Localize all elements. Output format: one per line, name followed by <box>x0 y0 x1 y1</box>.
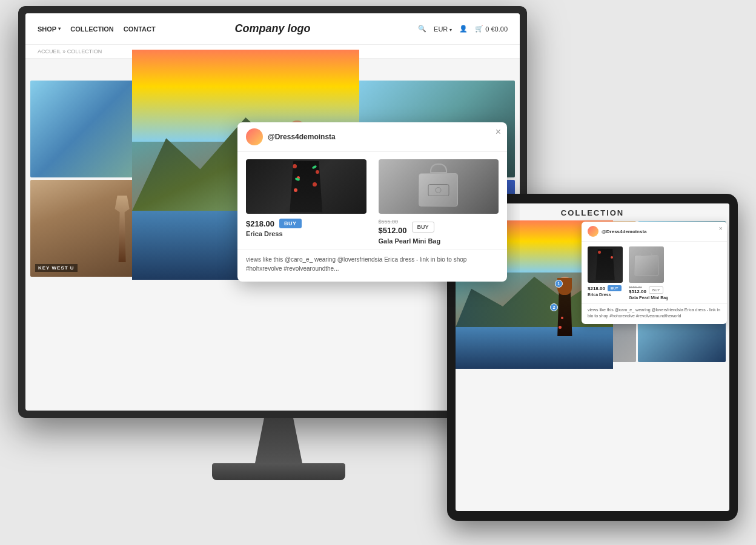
tablet-popup: @Dress4demoinsta × $218.00 <box>582 222 727 324</box>
tablet-popup-header: @Dress4demoinsta × <box>582 222 727 242</box>
nav-shop-chevron: ▾ <box>58 26 61 31</box>
product-image-bag <box>379 159 499 214</box>
search-icon[interactable]: 🔍 <box>418 25 426 33</box>
tablet-product-dress: $218.00 BUY Erica Dress <box>588 246 623 300</box>
cart-area[interactable]: 🛒 0 €0.00 <box>475 25 508 33</box>
tablet-popup-caption: views like this @caro_e_ wearing @lovers… <box>582 303 727 324</box>
buy-dress-button[interactable]: BUY <box>279 219 302 228</box>
tablet-popup-products: $218.00 BUY Erica Dress <box>582 242 727 303</box>
nav-collection[interactable]: COLLECTION <box>70 25 114 33</box>
nav-right: 🔍 EUR ▾ 👤 🛒 0 €0.00 <box>418 25 508 33</box>
tablet-popup-avatar <box>588 226 598 237</box>
product-pricing-bag: $555.00 $512.00 BUY <box>379 219 499 236</box>
popup-caption: views like this @caro_e_ wearing @lovers… <box>237 249 507 282</box>
tablet-hotspot-1[interactable]: 1 <box>555 280 563 288</box>
product-item-dress: $218.00 BUY Erica Dress <box>246 159 366 245</box>
popup-products: $218.00 BUY Erica Dress <box>237 152 507 249</box>
currency-selector[interactable]: EUR ▾ <box>434 25 452 33</box>
website-nav: SHOP ▾ COLLECTION CONTACT Company logo 🔍… <box>25 13 520 45</box>
popup-close-button[interactable]: × <box>496 127 501 137</box>
monitor-stand-neck <box>254 418 303 466</box>
tablet-product-bag: $555.00 $512.00 BUY Gala Pearl Mini Bag <box>629 246 668 300</box>
product-price-original-bag: $555.00 <box>379 219 407 225</box>
shop-label: SHOP <box>38 25 56 33</box>
product-pricing-dress: $218.00 BUY <box>246 219 366 228</box>
product-popup: @Dress4demoinsta × <box>237 122 507 282</box>
popup-header: @Dress4demoinsta × <box>237 122 507 152</box>
product-name-dress: Erica Dress <box>246 230 366 237</box>
nav-logo: Company logo <box>235 22 311 35</box>
popup-username: @Dress4demoinsta <box>268 133 336 141</box>
cart-icon: 🛒 <box>475 25 483 33</box>
nav-left: SHOP ▾ COLLECTION CONTACT <box>38 25 156 33</box>
product-price-bag: $512.00 <box>379 226 407 235</box>
tablet-name-bag: Gala Pearl Mini Bag <box>629 296 668 300</box>
tablet-popup-close[interactable]: × <box>719 225 723 232</box>
nav-shop[interactable]: SHOP ▾ <box>38 25 61 33</box>
monitor-stand-base <box>212 463 345 480</box>
account-icon[interactable]: 👤 <box>459 25 468 33</box>
buy-bag-button[interactable]: BUY <box>412 222 434 233</box>
tablet-product-img-dress <box>588 246 623 283</box>
tablet-product-img-bag <box>629 246 664 283</box>
tablet-buy-dress[interactable]: BUY <box>608 285 622 291</box>
product-item-bag: $555.00 $512.00 BUY Gala Pearl Mini Bag <box>379 159 499 245</box>
popup-avatar <box>246 128 263 145</box>
tablet-price-bag: $512.00 <box>629 289 646 294</box>
product-image-dress <box>246 159 366 214</box>
tablet-popup-username: @Dress4demoinsta <box>602 229 647 234</box>
product-name-bag: Gala Pearl Mini Bag <box>379 237 499 245</box>
tablet-price-dress: $218.00 <box>588 286 605 291</box>
gallery-label-4: KEY WEST U <box>35 264 78 272</box>
tablet-name-dress: Erica Dress <box>588 292 623 297</box>
product-price-dress: $218.00 <box>246 219 274 228</box>
tablet-buy-bag[interactable]: BUY <box>649 286 663 294</box>
monitor-screen: SHOP ▾ COLLECTION CONTACT Company logo 🔍… <box>25 13 520 411</box>
nav-contact[interactable]: CONTACT <box>124 25 156 33</box>
